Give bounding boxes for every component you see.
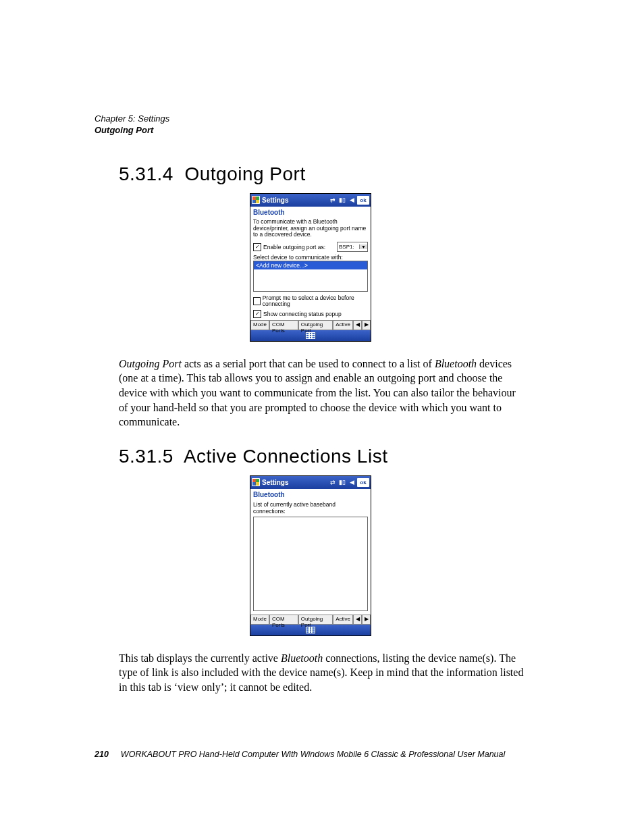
enable-port-checkbox[interactable]: ✓: [253, 243, 261, 251]
ok-button[interactable]: ok: [357, 196, 369, 205]
tab-strip: Mode COM Ports Outgoing Port Active ◀ ▶: [250, 320, 371, 330]
tab-com-ports[interactable]: COM Ports: [269, 321, 298, 330]
connectivity-icon: ⇄: [329, 478, 337, 486]
bluetooth-heading: Bluetooth: [253, 209, 368, 216]
paragraph-active-connections: This tab displays the currently active B…: [119, 651, 527, 695]
volume-icon: ◀: [348, 478, 356, 486]
signal-icon: ▮▯: [338, 196, 346, 204]
volume-icon: ◀: [348, 196, 356, 204]
tab-outgoing-port[interactable]: Outgoing Port: [298, 321, 333, 330]
heading-active-connections: 5.31.5 Active Connections List: [119, 446, 527, 467]
list-description: List of currently active baseband connec…: [253, 501, 368, 515]
enable-port-label: Enable outgoing port as:: [263, 244, 325, 251]
window-titlebar: Settings ⇄ ▮▯ ◀ ok: [250, 476, 371, 489]
page-number: 210: [95, 750, 109, 759]
tab-scroll-left[interactable]: ◀: [353, 321, 362, 330]
tab-mode[interactable]: Mode: [250, 615, 269, 625]
port-combo[interactable]: BSP1: ▼: [337, 242, 368, 252]
show-status-checkbox[interactable]: ✓: [253, 310, 261, 318]
keyboard-icon[interactable]: [306, 332, 315, 339]
screenshot-outgoing-port: Settings ⇄ ▮▯ ◀ ok Bluetooth To communic…: [250, 193, 371, 342]
signal-icon: ▮▯: [338, 478, 346, 486]
connections-listbox[interactable]: [253, 517, 368, 611]
select-device-label: Select device to communicate with:: [253, 254, 368, 261]
start-icon: [252, 478, 260, 486]
tab-active[interactable]: Active: [333, 615, 353, 625]
tab-com-ports[interactable]: COM Ports: [269, 615, 298, 625]
tab-scroll-left[interactable]: ◀: [353, 615, 362, 625]
connectivity-icon: ⇄: [329, 196, 337, 204]
tab-active[interactable]: Active: [333, 321, 353, 330]
prompt-label: Prompt me to select a device before conn…: [263, 295, 368, 308]
section-line: Outgoing Port: [95, 125, 527, 136]
instruction-text: To communicate with a Bluetooth device/p…: [253, 219, 368, 238]
window-titlebar: Settings ⇄ ▮▯ ◀ ok: [250, 194, 371, 207]
tab-strip: Mode COM Ports Outgoing Port Active ◀ ▶: [250, 615, 371, 625]
sip-bar: [250, 330, 371, 341]
chapter-line: Chapter 5: Settings: [95, 113, 527, 125]
window-title: Settings: [262, 197, 327, 204]
device-listbox[interactable]: <Add new device...>: [253, 261, 368, 292]
ok-button[interactable]: ok: [357, 478, 369, 487]
heading-outgoing-port: 5.31.4 Outgoing Port: [119, 163, 527, 185]
screenshot-active-connections: Settings ⇄ ▮▯ ◀ ok Bluetooth List of cur…: [250, 475, 371, 636]
sip-bar: [250, 625, 371, 635]
tab-outgoing-port[interactable]: Outgoing Port: [298, 615, 333, 625]
tab-scroll-right[interactable]: ▶: [362, 321, 371, 330]
paragraph-outgoing-port: Outgoing Port acts as a serial port that…: [119, 357, 527, 429]
show-status-label: Show connecting status popup: [263, 311, 342, 317]
chevron-down-icon: ▼: [359, 244, 367, 249]
footer-title: WORKABOUT PRO Hand-Held Computer With Wi…: [121, 750, 505, 759]
start-icon: [252, 196, 260, 204]
tab-scroll-right[interactable]: ▶: [362, 615, 371, 625]
prompt-checkbox[interactable]: [253, 297, 261, 305]
running-header: Chapter 5: Settings Outgoing Port: [95, 113, 527, 136]
tab-mode[interactable]: Mode: [250, 321, 269, 330]
add-device-item[interactable]: <Add new device...>: [254, 261, 367, 269]
bluetooth-heading: Bluetooth: [253, 491, 368, 498]
window-title: Settings: [262, 479, 327, 486]
keyboard-icon[interactable]: [306, 627, 315, 633]
page-footer: 210WORKABOUT PRO Hand-Held Computer With…: [95, 750, 527, 759]
